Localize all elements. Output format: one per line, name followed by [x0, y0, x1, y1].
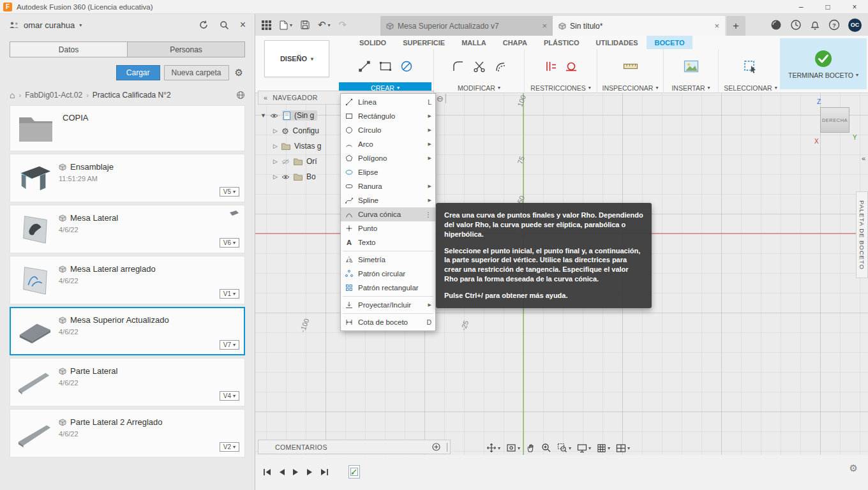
timeline-play-icon[interactable] [292, 468, 299, 476]
line-tool-icon[interactable] [357, 59, 371, 73]
version-dropdown[interactable]: V7▾ [220, 340, 239, 350]
menu-item-poligono[interactable]: Polígono ▶ [341, 151, 435, 165]
version-dropdown[interactable]: V2▾ [220, 442, 239, 452]
timeline-skip-start-icon[interactable] [263, 468, 271, 476]
ribbon-tab-malla[interactable]: MALLA [453, 36, 495, 49]
close-panel-icon[interactable]: × [240, 19, 246, 31]
rectangle-tool-icon[interactable] [378, 59, 393, 73]
collapse-browser-icon[interactable]: « [264, 94, 267, 101]
account-avatar[interactable]: OC [848, 19, 862, 32]
extensions-icon[interactable] [770, 19, 782, 31]
pan-hand-icon[interactable] [526, 443, 535, 453]
ribbon-tab-superficie[interactable]: SUPERFICIE [394, 36, 453, 49]
viewcube[interactable]: Z DERECHA X Y [814, 98, 860, 151]
settings-gear-icon[interactable]: ⚙ [233, 67, 245, 78]
display-settings-icon[interactable]: ▾ [577, 443, 591, 453]
menu-item-curva-conica[interactable]: Curva cónica ⋮ [341, 207, 435, 221]
menu-item-spline[interactable]: Spline ▶ [341, 193, 435, 207]
close-tab-icon[interactable]: × [714, 21, 719, 31]
new-folder-button[interactable]: Nueva carpeta [164, 65, 229, 80]
sketch-palette-tab[interactable]: PALETA DE BOCETO [856, 191, 868, 278]
list-item-parte-lateral[interactable]: Parte Lateral 4/6/22 V4▾ [10, 358, 245, 406]
timeline-skip-end-icon[interactable] [320, 468, 329, 476]
menu-item-patron-rectangular[interactable]: Patrón rectangular [341, 281, 435, 295]
timeline-sketch-feature[interactable] [348, 465, 360, 479]
tab-personas[interactable]: Personas [128, 42, 244, 57]
list-item-mesa-lateral[interactable]: Mesa Lateral 4/6/22 V6▾ [10, 205, 245, 253]
finish-sketch-panel[interactable]: TERMINAR BOCETO▾ [780, 38, 867, 89]
viewcube-face[interactable]: DERECHA [820, 107, 849, 133]
comments-bar[interactable]: COMENTARIOS [258, 440, 451, 454]
list-item-mesa-superior-actualizado[interactable]: Mesa Superior Actualizado 4/6/22 V7▾ [10, 307, 245, 355]
version-dropdown[interactable]: V5▾ [220, 187, 239, 197]
minimize-button[interactable]: – [788, 0, 814, 13]
redo-icon[interactable]: ↷ [339, 19, 347, 31]
trim-scissors-icon[interactable] [472, 59, 486, 73]
restricciones-dropdown[interactable]: RESTRICCIONES▾ [525, 82, 597, 93]
data-panel-toggle-icon[interactable] [262, 20, 271, 30]
tree-collapsed-icon[interactable]: ▷ [273, 174, 278, 180]
file-menu-icon[interactable]: ▾ [280, 20, 292, 30]
zoom-window-icon[interactable]: ▾ [557, 443, 571, 453]
new-tab-button[interactable]: + [726, 16, 745, 36]
notifications-bell-icon[interactable] [810, 20, 820, 31]
add-comment-icon[interactable] [432, 443, 440, 451]
version-dropdown[interactable]: V6▾ [220, 238, 239, 248]
upload-button[interactable]: Cargar [116, 65, 160, 80]
help-icon[interactable]: ? [828, 19, 840, 31]
offset-tool-icon[interactable] [493, 59, 507, 73]
eye-visible-icon[interactable] [270, 113, 278, 119]
measure-tool-icon[interactable] [622, 59, 639, 73]
timeline-settings-gear-icon[interactable]: ⚙ [849, 463, 858, 474]
menu-item-circulo[interactable]: Círculo ▶ [341, 123, 435, 137]
kebab-menu-icon[interactable]: ⋮ [424, 211, 431, 218]
tree-expanded-icon[interactable]: ▼ [260, 112, 266, 119]
fillet-tool-icon[interactable] [451, 59, 465, 73]
menu-item-elipse[interactable]: Elipse [341, 165, 435, 179]
list-item-parte-lateral-2[interactable]: Parte Lateral 2 Arreglado 4/6/22 V2▾ [10, 409, 245, 457]
undo-icon[interactable]: ↶▾ [318, 19, 331, 31]
tab-datos[interactable]: Datos [10, 42, 128, 57]
tree-collapsed-icon[interactable]: ▷ [273, 158, 278, 165]
doc-tab-mesa-superior[interactable]: Mesa Superior Actualizado v7 × [380, 16, 553, 36]
close-tab-icon[interactable]: × [542, 21, 547, 31]
menu-item-linea[interactable]: Línea L [341, 95, 435, 109]
timeline-step-back-icon[interactable] [278, 468, 285, 476]
document-root[interactable]: (Sin g [282, 110, 317, 121]
breadcrumb-parent[interactable]: FabDig01-Act.02 [25, 91, 82, 100]
menu-item-proyectar-incluir[interactable]: Proyectar/Incluir ▶ [341, 298, 435, 312]
menu-item-cota-de-boceto[interactable]: Cota de boceto D [341, 315, 435, 329]
job-status-icon[interactable] [790, 19, 802, 31]
user-menu[interactable]: omar curahua [24, 20, 75, 30]
doc-tab-sin-titulo[interactable]: Sin título* × [553, 16, 725, 36]
version-dropdown[interactable]: V1▾ [220, 289, 239, 299]
home-icon[interactable]: ⌂ [10, 90, 15, 100]
search-icon[interactable] [220, 20, 229, 30]
horizontal-vertical-constraint-icon[interactable] [543, 59, 557, 73]
refresh-icon[interactable] [198, 20, 209, 30]
circle-tool-icon[interactable] [400, 59, 414, 73]
folder-card-copia[interactable]: COPIA [10, 105, 245, 151]
ribbon-tab-boceto[interactable]: BOCETO [647, 36, 693, 49]
globe-icon[interactable] [236, 91, 245, 100]
save-icon[interactable] [301, 20, 310, 29]
menu-item-patron-circular[interactable]: Patrón circular [341, 267, 435, 281]
splitter-handle[interactable] [445, 94, 446, 103]
comments-resize-handle[interactable] [447, 443, 447, 452]
version-dropdown[interactable]: V4▾ [220, 391, 239, 401]
list-item-mesa-lateral-arreglado[interactable]: Mesa Lateral arreglado 4/6/22 V1▾ [10, 256, 245, 304]
menu-item-simetria[interactable]: Simetría [341, 253, 435, 267]
insertar-dropdown[interactable]: INSERTAR▾ [664, 82, 718, 93]
grid-snap-icon[interactable]: ▾ [597, 443, 610, 453]
insert-image-icon[interactable] [684, 60, 699, 73]
select-tool-icon[interactable] [743, 59, 758, 73]
workspace-selector[interactable]: DISEÑO▾ [264, 40, 329, 77]
circle-minus-icon[interactable]: ⊖ [437, 94, 444, 103]
menu-item-arco[interactable]: Arco ▶ [341, 137, 435, 151]
menu-item-ranura[interactable]: Ranura ▶ [341, 179, 435, 193]
panel-splitter[interactable]: ⊖ [437, 94, 446, 103]
eye-visible-icon[interactable] [281, 174, 290, 180]
orbit-icon[interactable]: ▾ [486, 443, 500, 453]
inspeccionar-dropdown[interactable]: INSPECCIONAR▾ [597, 82, 663, 93]
menu-item-rectangulo[interactable]: Rectángulo ▶ [341, 109, 435, 123]
